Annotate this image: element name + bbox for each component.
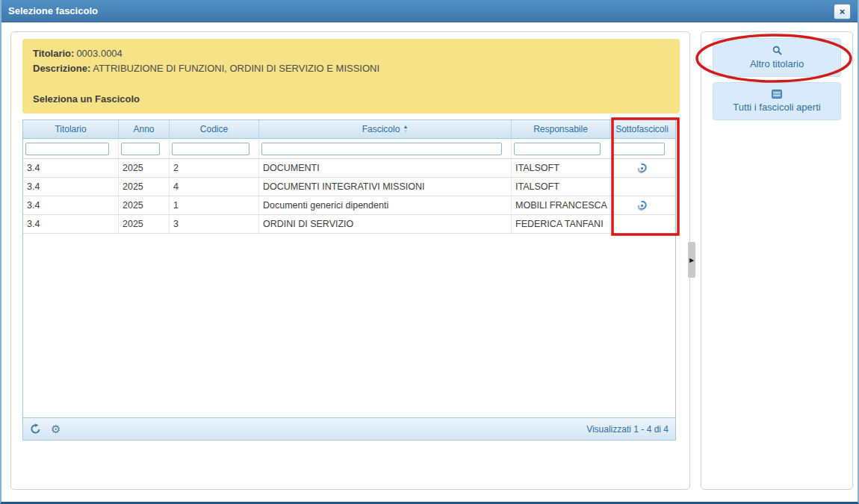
info-box: Titolario:0003.0004 Descrizione:ATTRIBUZ…	[22, 39, 680, 113]
grid-header-row: TitolarioAnnoCodiceFascicolo▲▼Responsabi…	[23, 120, 675, 139]
cell-titolario: 3.4	[23, 215, 119, 233]
grid-empty-area	[23, 234, 675, 417]
sottofascicoli-cell	[610, 178, 674, 196]
cell-anno: 2025	[119, 159, 170, 177]
cell-responsabile: FEDERICA TANFANI	[512, 215, 610, 233]
sottofascicoli-cell[interactable]	[610, 159, 674, 177]
altro-titolario-label: Altro titolario	[716, 58, 837, 69]
collapse-arrow-icon: ▶	[689, 257, 694, 264]
cell-codice: 4	[170, 178, 259, 196]
column-header-fascicolo[interactable]: Fascicolo▲▼	[259, 120, 512, 138]
grid-body: 3.420252DOCUMENTIITALSOFT 3.420254DOCUME…	[23, 159, 675, 234]
cell-titolario: 3.4	[23, 196, 119, 214]
filter-cell-codice	[170, 139, 259, 158]
altro-titolario-button[interactable]: Altro titolario	[713, 38, 841, 77]
titolario-value: 0003.0004	[76, 48, 122, 59]
content-panel: Titolario:0003.0004 Descrizione:ATTRIBUZ…	[10, 31, 690, 490]
filter-cell-sottofascicoli	[610, 139, 674, 158]
pager-status: Visualizzati 1 - 4 di 4	[586, 424, 669, 435]
table-row[interactable]: 3.420251Documenti generici dipendentiMOB…	[23, 196, 675, 215]
fascicoli-grid: TitolarioAnnoCodiceFascicolo▲▼Responsabi…	[22, 119, 676, 441]
table-row[interactable]: 3.420253ORDINI DI SERVIZIOFEDERICA TANFA…	[23, 215, 675, 234]
cell-codice: 2	[170, 159, 259, 177]
cell-fascicolo: DOCUMENTI INTEGRATIVI MISSIONI	[259, 178, 512, 196]
select-fascicolo-prompt: Seleziona un Fascicolo	[33, 93, 669, 105]
descrizione-label: Descrizione:	[33, 63, 90, 74]
column-header-label: Anno	[133, 124, 154, 134]
close-icon[interactable]: ×	[834, 4, 851, 19]
cell-fascicolo: Documenti generici dipendenti	[259, 196, 512, 214]
cell-responsabile: ITALSOFT	[512, 159, 610, 177]
column-header-titolario[interactable]: Titolario	[23, 120, 119, 138]
selezione-fascicolo-dialog: Selezione fascicolo × Titolario:0003.000…	[0, 0, 859, 504]
filter-input-fascicolo[interactable]	[261, 143, 502, 155]
dialog-titlebar[interactable]: Selezione fascicolo	[1, 0, 858, 22]
descrizione-value: ATTRIBUZIONE DI FUNZIONI, ORDINI DI SERV…	[93, 63, 379, 74]
column-header-anno[interactable]: Anno	[119, 120, 170, 138]
cell-fascicolo: ORDINI DI SERVIZIO	[259, 215, 512, 233]
cell-responsabile: ITALSOFT	[512, 178, 610, 196]
filter-input-titolario[interactable]	[25, 143, 109, 155]
column-header-label: Codice	[200, 124, 228, 134]
column-header-codice[interactable]: Codice	[170, 120, 259, 138]
cell-titolario: 3.4	[23, 159, 119, 177]
dialog-title: Selezione fascicolo	[8, 5, 98, 16]
tutti-fascicoli-aperti-label: Tutti i fascicoli aperti	[716, 102, 837, 113]
table-row[interactable]: 3.420252DOCUMENTIITALSOFT	[23, 159, 675, 178]
filter-input-anno[interactable]	[121, 143, 160, 155]
filter-input-codice[interactable]	[172, 143, 249, 155]
actions-sidebar: Altro titolario Tutti i fascicoli aperti	[701, 31, 853, 490]
column-header-sottofascicoli[interactable]: Sottofascicoli	[610, 120, 674, 138]
table-row[interactable]: 3.420254DOCUMENTI INTEGRATIVI MISSIONIIT…	[23, 178, 675, 196]
archive-drawers-icon	[716, 90, 837, 99]
sottofascicoli-cell	[610, 215, 674, 233]
cell-codice: 3	[170, 215, 259, 233]
sort-icon[interactable]: ▲▼	[403, 125, 408, 134]
titolario-label: Titolario:	[33, 48, 74, 59]
cell-anno: 2025	[119, 178, 170, 196]
sottofascicoli-icon[interactable]	[636, 163, 648, 174]
filter-input-responsabile[interactable]	[514, 143, 601, 155]
cell-anno: 2025	[119, 196, 170, 214]
filter-cell-anno	[119, 139, 170, 158]
filter-cell-fascicolo	[259, 139, 512, 158]
titolario-line: Titolario:0003.0004	[33, 48, 669, 59]
cell-codice: 1	[170, 196, 259, 214]
search-icon	[716, 46, 837, 55]
grid-filter-row	[23, 139, 675, 159]
cell-responsabile: MOBILI FRANCESCA	[512, 196, 610, 214]
cell-fascicolo: DOCUMENTI	[259, 159, 512, 177]
column-header-label: Titolario	[55, 124, 86, 134]
column-header-label: Sottofascicoli	[615, 124, 669, 134]
filter-input-sottofascicoli[interactable]	[613, 143, 665, 155]
panel-collapse-handle[interactable]: ▶	[688, 242, 695, 278]
cell-titolario: 3.4	[23, 178, 119, 196]
cell-anno: 2025	[119, 215, 170, 233]
filter-cell-responsabile	[512, 139, 610, 158]
sottofascicoli-cell[interactable]	[610, 196, 674, 214]
refresh-icon[interactable]	[30, 423, 41, 435]
gear-icon[interactable]: ⚙	[51, 423, 61, 436]
column-header-label: Responsabile	[533, 124, 588, 134]
column-header-responsabile[interactable]: Responsabile	[512, 120, 610, 138]
descrizione-line: Descrizione:ATTRIBUZIONE DI FUNZIONI, OR…	[33, 63, 669, 74]
grid-footer: ⚙ Visualizzati 1 - 4 di 4	[23, 417, 675, 440]
sottofascicoli-icon[interactable]	[636, 200, 648, 211]
filter-cell-titolario	[23, 139, 119, 158]
tutti-fascicoli-aperti-button[interactable]: Tutti i fascicoli aperti	[713, 82, 841, 120]
column-header-label: Fascicolo	[362, 124, 400, 134]
